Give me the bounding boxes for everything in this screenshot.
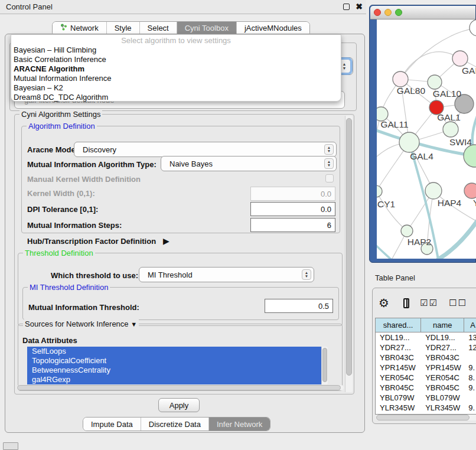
attribute-item[interactable]: BetweennessCentrality	[27, 366, 321, 375]
tab-label: Network	[70, 24, 99, 32]
aracne-mode-combobox[interactable]: Discovery ▲▼	[74, 142, 337, 157]
table-row[interactable]: YER054CYER054C8.	[376, 373, 476, 383]
table-cell: YBR045C	[376, 383, 421, 393]
table-row[interactable]: YBR043CYBR043C	[376, 353, 476, 363]
select-all-checkboxes-icon[interactable]: ☑☑	[420, 298, 438, 308]
algorithm-option[interactable]: Bayesian – Hill Climbing	[11, 45, 341, 55]
data-attributes-label: Data Attributes	[22, 336, 77, 345]
float-window-icon[interactable]	[343, 4, 350, 10]
table-row[interactable]: YDR27...YDR27...12	[376, 343, 476, 353]
mi-type-value: Naive Bayes	[161, 159, 213, 168]
which-threshold-combobox[interactable]: MI Threshold ▲▼	[139, 267, 314, 282]
graph-node-y[interactable]	[464, 183, 476, 198]
graph-node-gal[interactable]	[452, 51, 468, 66]
node-label: GAL10	[433, 89, 462, 99]
graph-edge	[377, 191, 407, 231]
kernel-width-label: Kernel Width (0,1):	[27, 189, 95, 198]
columns-icon[interactable]	[403, 298, 409, 308]
expand-right-icon[interactable]: ▶	[163, 236, 169, 246]
zoom-window-icon[interactable]	[395, 9, 402, 16]
control-panel-tabbar: NetworkStyleSelectCyni ToolboxjActiveMNo…	[52, 21, 310, 35]
tab-network[interactable]: Network	[53, 22, 107, 34]
table-cell: YBR045C	[421, 383, 464, 393]
tab-jactivemnodules[interactable]: jActiveMNodules	[237, 22, 309, 34]
close-window-icon[interactable]	[374, 9, 381, 16]
apply-button[interactable]: Apply	[158, 398, 200, 412]
table-toolbar: ⚙ ☑☑ ☐☐	[376, 295, 476, 311]
manual-kernel-checkbox[interactable]	[325, 174, 334, 182]
mi-threshold-value: 0.5	[318, 302, 329, 311]
network-canvas[interactable]: GALGAL80GAL10GAL1GAL11SWI4GAL4GCY1HAP4YH…	[377, 19, 476, 259]
scrollbar-thumb[interactable]	[322, 348, 327, 382]
table-row[interactable]: YDL19...YDL19...13	[376, 332, 476, 343]
gear-icon[interactable]: ⚙	[379, 296, 389, 310]
tab-impute-data[interactable]: Impute Data	[83, 418, 141, 431]
hub-definition-label: Hub/Transcription Factor Definition	[27, 237, 156, 246]
tab-cyni-toolbox[interactable]: Cyni Toolbox	[177, 22, 237, 34]
tab-style[interactable]: Style	[107, 22, 140, 34]
scrollbar-thumb[interactable]	[376, 415, 470, 420]
combobox-stepper-icon[interactable]: ▲▼	[324, 144, 334, 155]
graph-node-swi4[interactable]	[443, 122, 458, 137]
combobox-stepper-icon[interactable]: ▲▼	[324, 158, 334, 169]
network-view-window[interactable]: GALGAL80GAL10GAL1GAL11SWI4GAL4GCY1HAP4YH…	[369, 5, 476, 263]
data-attributes-list[interactable]: SelfLoopsTopologicalCoefficientBetweenne…	[27, 347, 321, 384]
table-horizontal-scrollbar[interactable]	[376, 415, 476, 420]
column-header-1[interactable]: shared...	[376, 318, 421, 332]
table-row[interactable]: YBR045CYBR045C9.	[376, 383, 476, 393]
table-cell: 13	[464, 332, 476, 343]
screen: Control Panel ✖ NetworkStyleSelectCyni T…	[0, 0, 476, 450]
graph-node[interactable]	[470, 19, 476, 36]
mi-threshold-field[interactable]: 0.5	[265, 299, 333, 313]
kernel-width-field[interactable]: 0.0	[250, 187, 335, 201]
network-window-titlebar[interactable]	[370, 6, 475, 19]
graph-node-hap4[interactable]	[425, 182, 442, 199]
control-panel-header: Control Panel ✖	[0, 0, 366, 14]
table-cell: 12	[464, 343, 476, 353]
mi-steps-field[interactable]: 6	[250, 218, 335, 232]
settings-horizontal-scrollbar[interactable]	[17, 385, 344, 390]
settings-vertical-scrollbar[interactable]	[345, 116, 353, 392]
attribute-item[interactable]: TopologicalCoefficient	[27, 356, 321, 366]
table-row[interactable]: YBL079WYBL079W	[376, 393, 476, 403]
column-header-2[interactable]: name	[421, 318, 464, 332]
popup-prompt: Select algorithm to view settings	[11, 36, 341, 45]
graph-node-gal80[interactable]	[393, 71, 408, 87]
graph-node-hap2[interactable]	[401, 225, 413, 237]
algorithm-option[interactable]: Bayesian – K2	[11, 83, 341, 93]
table-cell: 9.	[464, 383, 476, 393]
table-cell: YPR145W	[421, 363, 464, 373]
minimize-window-icon[interactable]	[384, 9, 392, 16]
graph-node-gal4[interactable]	[399, 132, 419, 152]
list-vertical-scrollbar[interactable]	[321, 347, 328, 384]
scrollbar-thumb[interactable]	[17, 385, 341, 390]
graph-edge-highlighted	[438, 217, 476, 259]
algorithm-option[interactable]: ARACNE Algorithm	[11, 64, 341, 74]
tab-infer-network[interactable]: Infer Network	[209, 418, 270, 431]
table-cell: YER054C	[376, 373, 421, 383]
close-icon[interactable]: ✖	[356, 2, 363, 11]
attribute-item[interactable]: gal4RGexp	[27, 375, 321, 384]
minimized-panel-icon[interactable]	[3, 442, 18, 450]
table-cell: YDL19...	[421, 332, 464, 343]
table-row[interactable]: YLR345WYLR345W9.	[376, 403, 476, 413]
column-header-3[interactable]: A	[464, 318, 476, 332]
combobox-stepper-icon[interactable]: ▲▼	[302, 269, 311, 280]
deselect-all-checkboxes-icon[interactable]: ☐☐	[449, 298, 467, 308]
tab-discretize-data[interactable]: Discretize Data	[141, 418, 209, 431]
algorithm-option[interactable]: Dream8 DC_TDC Algorithm	[11, 93, 341, 102]
dpi-tolerance-field[interactable]: 0.0	[250, 202, 335, 216]
table-row[interactable]: YPR145WYPR145W9.	[376, 363, 476, 373]
collapse-down-icon[interactable]: ▼	[131, 321, 137, 328]
table-cell: YDL19...	[376, 332, 421, 343]
graph-node[interactable]	[464, 145, 476, 167]
scrollbar-thumb[interactable]	[346, 118, 352, 376]
graph-node-gal10[interactable]	[428, 75, 442, 89]
node-label: GCY1	[377, 199, 395, 209]
algorithm-option[interactable]: Basic Correlation Inference	[11, 55, 341, 64]
tab-select[interactable]: Select	[140, 22, 177, 34]
graph-node-gcy1[interactable]	[377, 185, 382, 197]
attribute-item[interactable]: SelfLoops	[27, 347, 321, 356]
mi-type-combobox[interactable]: Naive Bayes ▲▼	[161, 156, 337, 171]
algorithm-option[interactable]: Mutual Information Inference	[11, 74, 341, 83]
